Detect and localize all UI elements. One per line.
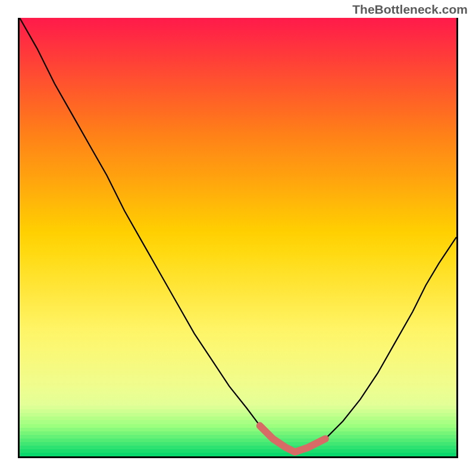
curve-layer xyxy=(20,18,456,456)
chart-container: TheBottleneck.com xyxy=(0,0,476,476)
bottleneck-curve xyxy=(20,18,456,452)
plot-area xyxy=(18,18,458,458)
credit-text: TheBottleneck.com xyxy=(352,2,468,17)
optimal-range-highlight xyxy=(260,425,325,452)
